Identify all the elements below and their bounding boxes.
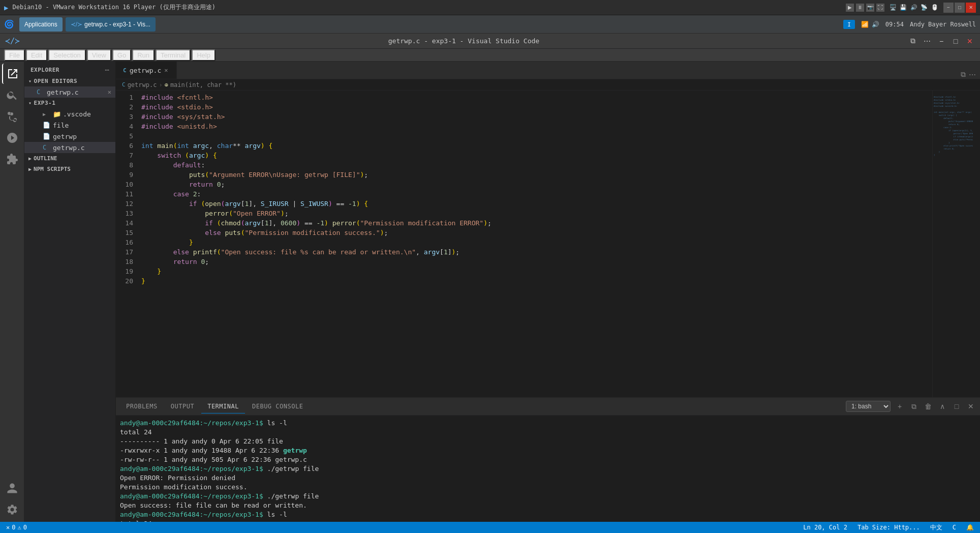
open-file-getrwp[interactable]: C getrwp.c ✕ — [24, 86, 115, 98]
exp3-section[interactable]: ▾ EXP3-1 — [24, 98, 115, 108]
tab-getrwpc[interactable]: C getrwp.c ✕ — [116, 62, 177, 79]
status-line-col[interactable]: Ln 20, Col 2 — [801, 522, 849, 533]
vscode-title-controls: ⧉ ⋯ − □ ✕ — [908, 36, 975, 46]
terminal-line-10: Open success: file file can be read or w… — [120, 501, 976, 510]
tree-getrwp-label: getrwp — [53, 133, 77, 140]
tree-file-item[interactable]: 📄 file — [24, 120, 115, 131]
menu-terminal[interactable]: Terminal — [156, 49, 191, 61]
tab-close-icon[interactable]: ✕ — [164, 67, 168, 74]
menu-edit[interactable]: Edit — [26, 49, 47, 61]
breadcrumb-func: main(int, char **) — [170, 81, 236, 88]
vscode-taskbar-btn[interactable]: ≺/≻ getrwp.c - exp3-1 - Vis... — [66, 17, 156, 32]
activity-git-icon[interactable] — [2, 106, 22, 127]
applications-menu-btn[interactable]: Applications — [19, 17, 63, 32]
vmware-snap-btn[interactable]: 📷 — [866, 4, 874, 12]
taskbar-indicator[interactable]: I — [843, 20, 855, 29]
activity-explorer-icon[interactable] — [2, 64, 22, 84]
panel-collapse-btn[interactable]: ∧ — [937, 401, 947, 411]
menu-run[interactable]: Run — [132, 49, 155, 61]
split-editor-btn[interactable]: ⧉ — [961, 70, 966, 79]
code-line-19: } — [141, 266, 932, 276]
code-line-2: #include <stdio.h> — [141, 102, 932, 112]
sidebar-header: Explorer ⋯ — [24, 62, 115, 76]
menu-selection[interactable]: Selection — [48, 49, 85, 61]
win-maximize-btn[interactable]: □ — [955, 3, 965, 13]
term-cmd-4: ls -l — [267, 511, 287, 518]
code-line-14: if (chmod(argv[1], 0600) == -1) perror("… — [141, 218, 932, 228]
npm-label: NPM Scripts — [34, 166, 71, 172]
vmware-fullscreen-btn[interactable]: ⛶ — [876, 4, 884, 12]
panel-maximize-btn[interactable]: □ — [952, 401, 962, 411]
menu-help[interactable]: Help — [192, 49, 216, 61]
tree-getrwpc-item[interactable]: C getrwp.c — [24, 142, 115, 153]
panel-kill-terminal-btn[interactable]: 🗑 — [923, 401, 933, 411]
vscode-more-btn[interactable]: ⋯ — [922, 36, 932, 46]
vmware-pause-btn[interactable]: ⏸ — [856, 4, 864, 12]
activity-extensions-icon[interactable] — [2, 149, 22, 169]
more-actions-btn[interactable]: ⋯ — [969, 71, 976, 79]
vscode-maximize-btn[interactable]: □ — [951, 36, 961, 46]
vscode-menubar: File Edit Selection View Go Run Terminal… — [0, 49, 980, 62]
activity-account-icon[interactable] — [2, 478, 22, 498]
activity-run-icon[interactable] — [2, 128, 22, 148]
tree-vscode-folder[interactable]: ▶ 📁 .vscode — [24, 108, 115, 120]
panel-add-terminal-btn[interactable]: + — [895, 401, 905, 411]
tab-terminal[interactable]: TERMINAL — [201, 400, 245, 413]
code-line-15: else puts("Permission modification succe… — [141, 228, 932, 238]
lang-text: C — [953, 524, 956, 531]
code-line-9: puts("Argument ERROR\nUsage: getrwp [FIL… — [141, 170, 932, 180]
applications-label: Applications — [24, 21, 57, 28]
tree-getrwp-item[interactable]: 📄 getrwp — [24, 131, 115, 142]
outline-section[interactable]: ▶ Outline — [24, 153, 115, 164]
breadcrumb-c-icon: C — [122, 81, 126, 88]
term-prompt-2: andy@am-000c29af6484:~/repos/exp3-1$ — [120, 465, 263, 472]
npm-scripts-section[interactable]: ▶ NPM Scripts — [24, 164, 115, 174]
code-line-4: #include <unistd.h> — [141, 122, 932, 131]
activity-search-icon[interactable] — [2, 85, 22, 105]
menu-go[interactable]: Go — [112, 49, 131, 61]
menu-file[interactable]: File — [4, 49, 25, 61]
status-lang[interactable]: C — [951, 522, 958, 533]
taskbar-volume-icon: 🔊 — [872, 21, 879, 28]
term-cmd-3: ./getrwp file — [267, 492, 319, 500]
open-file-close-icon[interactable]: ✕ — [108, 88, 111, 96]
outline-chevron: ▶ — [28, 156, 32, 161]
terminal-selector[interactable]: 1: bash — [846, 401, 891, 412]
status-feedback[interactable]: 🔔 — [964, 522, 976, 533]
vscode-main: Explorer ⋯ ▾ Open Editors C getrwp.c ✕ — [0, 62, 980, 522]
vscode-split-btn[interactable]: ⧉ — [908, 36, 918, 46]
tab-size-text: Tab Size: Http... — [858, 524, 920, 531]
terminal-content[interactable]: andy@am-000c29af6484:~/repos/exp3-1$ ls … — [116, 416, 980, 522]
activity-settings-icon[interactable] — [2, 499, 22, 520]
window-controls: − □ ✕ — [943, 3, 976, 13]
sidebar-more-icon[interactable]: ⋯ — [105, 66, 109, 74]
panel-area: PROBLEMS OUTPUT TERMINAL DEBUG CONSOLE 1… — [116, 397, 980, 522]
vscode-taskbar-label: getrwp.c - exp3-1 - Vis... — [84, 21, 150, 28]
terminal-line-2: total 24 — [120, 428, 976, 437]
vscode-folder-icon: 📁 — [53, 110, 61, 118]
vmware-player-btn[interactable]: ▶ — [846, 4, 854, 12]
win-close-btn[interactable]: ✕ — [966, 3, 976, 13]
term-cmd-2: ./getrwp file — [267, 465, 319, 472]
panel-close-btn[interactable]: ✕ — [966, 401, 976, 411]
code-editor[interactable]: 12345 678910 1112131415 1617181920 #incl… — [116, 91, 932, 397]
tab-problems[interactable]: PROBLEMS — [120, 400, 164, 413]
outline-label: Outline — [34, 155, 57, 162]
tab-name: getrwp.c — [130, 67, 162, 74]
tab-debug-console[interactable]: DEBUG CONSOLE — [246, 400, 309, 413]
vscode-close-btn[interactable]: ✕ — [965, 36, 975, 46]
panel-tab-group: PROBLEMS OUTPUT TERMINAL DEBUG CONSOLE — [120, 400, 309, 413]
status-encoding[interactable]: 中文 — [928, 522, 944, 533]
status-bar-left: ✕ 0 ⚠ 0 — [4, 522, 29, 533]
tab-output[interactable]: OUTPUT — [165, 400, 200, 413]
status-errors[interactable]: ✕ 0 ⚠ 0 — [4, 522, 29, 533]
open-editors-section[interactable]: ▾ Open Editors — [24, 76, 115, 86]
status-tab-size[interactable]: Tab Size: Http... — [855, 522, 922, 533]
vscode-minimize-btn[interactable]: − — [936, 36, 946, 46]
code-content[interactable]: #include <fcntl.h> #include <stdio.h> #i… — [137, 91, 932, 397]
panel-split-terminal-btn[interactable]: ⧉ — [909, 401, 919, 411]
sidebar-actions: ⋯ — [105, 66, 109, 74]
menu-view[interactable]: View — [87, 49, 111, 61]
win-minimize-btn[interactable]: − — [943, 3, 954, 13]
taskbar: 🌀 Applications ≺/≻ getrwp.c - exp3-1 - V… — [0, 15, 980, 34]
